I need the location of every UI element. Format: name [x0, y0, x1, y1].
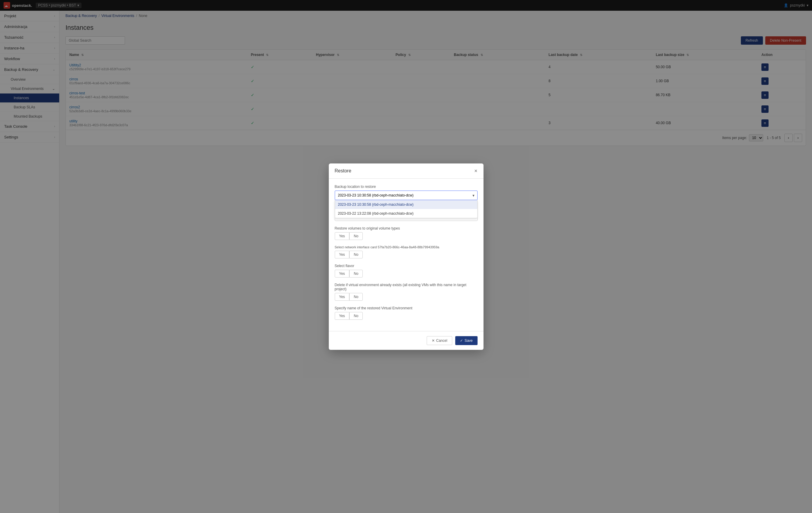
modal-overlay[interactable]: Restore × Backup location to restore 202… — [0, 0, 812, 513]
restore-volumes-yes-btn[interactable]: Yes — [335, 232, 350, 240]
save-icon: ✓ — [460, 339, 463, 343]
specify-name-toggle: Yes No — [335, 312, 477, 320]
modal-header: Restore × — [329, 163, 484, 179]
nic-yes-btn[interactable]: Yes — [335, 251, 350, 259]
backup-location-dropdown: 2023-03-23 10:30:58 (rbd-ceph-macchiato-… — [335, 200, 477, 218]
modal-close-button[interactable]: × — [474, 168, 477, 173]
restore-volumes-toggle: Yes No — [335, 232, 477, 240]
nic-group: Select network interface card 57fa7b20-8… — [335, 245, 477, 259]
backup-location-dropdown-wrap: 2023-03-23 10:30:58 (rbd-ceph-macchiato-… — [335, 191, 477, 200]
specify-name-group: Specify name of the restored Virtual Env… — [335, 306, 477, 320]
specify-name-label: Specify name of the restored Virtual Env… — [335, 306, 477, 310]
restore-volumes-no-btn[interactable]: No — [349, 232, 363, 240]
dropdown-option-1[interactable]: 2023-03-23 10:30:58 (rbd-ceph-macchiato-… — [335, 200, 477, 209]
flavor-group: Select flavor Yes No — [335, 264, 477, 277]
restore-modal: Restore × Backup location to restore 202… — [329, 163, 484, 350]
delete-exists-yes-btn[interactable]: Yes — [335, 293, 350, 301]
nic-toggle: Yes No — [335, 251, 477, 259]
specify-name-no-btn[interactable]: No — [349, 312, 363, 320]
delete-exists-toggle: Yes No — [335, 293, 477, 301]
modal-footer: ✕ Cancel ✓ Save — [329, 331, 484, 350]
nic-no-btn[interactable]: No — [349, 251, 363, 259]
save-label: Save — [464, 339, 472, 343]
delete-exists-no-btn[interactable]: No — [349, 293, 363, 301]
specify-name-yes-btn[interactable]: Yes — [335, 312, 350, 320]
nic-label: Select network interface card 57fa7b20-8… — [335, 245, 477, 249]
flavor-toggle: Yes No — [335, 270, 477, 277]
backup-location-label: Backup location to restore — [335, 185, 477, 189]
delete-exists-label: Delete if virtual environment already ex… — [335, 283, 477, 291]
modal-body: Backup location to restore 2023-03-23 10… — [329, 179, 484, 331]
cancel-label: Cancel — [436, 339, 447, 343]
cancel-button[interactable]: ✕ Cancel — [427, 336, 452, 345]
modal-title: Restore — [335, 168, 351, 173]
save-button[interactable]: ✓ Save — [455, 336, 477, 345]
dropdown-option-2[interactable]: 2023-03-22 13:22:08 (rbd-ceph-macchiato-… — [335, 209, 477, 218]
cancel-icon: ✕ — [432, 339, 435, 343]
backup-location-select[interactable]: 2023-03-23 10:30:58 (rbd-ceph-macchiato-… — [335, 191, 477, 200]
backup-location-group: Backup location to restore 2023-03-23 10… — [335, 185, 477, 200]
flavor-yes-btn[interactable]: Yes — [335, 270, 350, 277]
delete-exists-group: Delete if virtual environment already ex… — [335, 283, 477, 301]
flavor-no-btn[interactable]: No — [349, 270, 363, 277]
restore-volumes-group: Restore volumes to original volume types… — [335, 226, 477, 240]
flavor-label: Select flavor — [335, 264, 477, 268]
restore-volumes-label: Restore volumes to original volume types — [335, 226, 477, 231]
